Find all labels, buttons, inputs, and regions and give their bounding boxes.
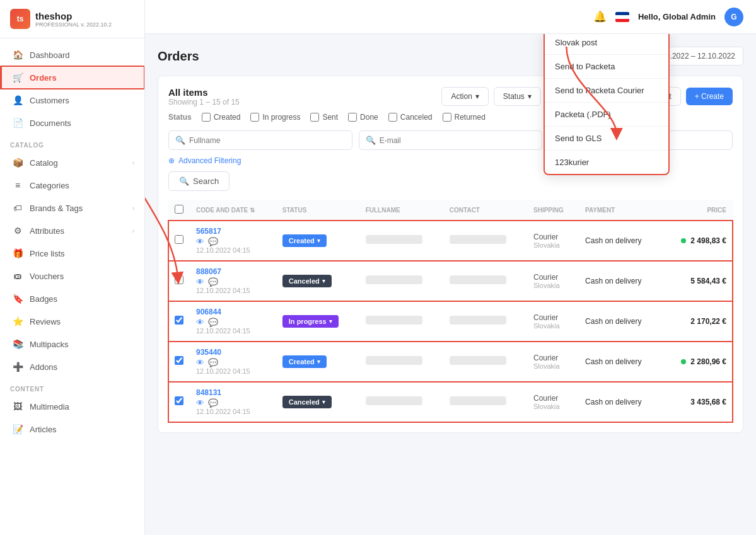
row-1-payment: Cash on delivery bbox=[579, 221, 662, 261]
adv-filter-icon: ⊕ bbox=[168, 156, 175, 165]
header-shipping: SHIPPING bbox=[527, 200, 579, 221]
status-checkbox-canceled[interactable] bbox=[388, 113, 397, 122]
sidebar-item-vouchers[interactable]: 🎟 Vouchers bbox=[0, 265, 144, 287]
status-filter-button[interactable]: Status ▾ bbox=[494, 87, 541, 106]
row-3-price: 2 170,22 € bbox=[663, 301, 733, 342]
sidebar-item-reviews[interactable]: ⭐ Reviews bbox=[0, 310, 144, 333]
delivery-option-packeta[interactable]: Send to Packeta bbox=[545, 55, 668, 79]
notifications-bell-icon[interactable]: 🔔 bbox=[593, 10, 607, 23]
status-badge-906844[interactable]: In progress ▾ bbox=[282, 315, 339, 328]
sidebar-item-multipacks[interactable]: 📚 Multipacks bbox=[0, 333, 144, 355]
row-4-price: 2 280,96 € bbox=[663, 342, 733, 382]
multipacks-icon: 📚 bbox=[12, 338, 23, 350]
language-flag-icon[interactable] bbox=[615, 12, 629, 22]
status-chip-done[interactable]: Done bbox=[348, 113, 378, 122]
row-1-status: Created ▾ bbox=[276, 221, 359, 261]
view-icon-848131[interactable]: 👁 bbox=[196, 398, 204, 408]
select-all-checkbox[interactable] bbox=[175, 205, 183, 214]
delivery-option-slovak-post[interactable]: Slovak post bbox=[545, 34, 668, 55]
row-5-payment: Cash on delivery bbox=[579, 382, 662, 422]
row-5-checkbox[interactable] bbox=[175, 396, 183, 405]
status-checkbox-created[interactable] bbox=[202, 113, 211, 122]
page-title: Orders bbox=[158, 49, 199, 64]
order-link-888067[interactable]: 888067 bbox=[196, 267, 221, 276]
sidebar-item-customers[interactable]: 👤 Customers bbox=[0, 89, 144, 112]
message-icon-888067[interactable]: 💬 bbox=[208, 277, 218, 287]
sidebar-item-price-lists[interactable]: 🎁 Price lists bbox=[0, 242, 144, 265]
sidebar-item-catalog[interactable]: 📦 Catalog › bbox=[0, 151, 144, 174]
row-checkbox-cell bbox=[168, 221, 190, 261]
status-checkbox-sent[interactable] bbox=[310, 113, 319, 122]
row-5-shipping: Courier Slovakia bbox=[527, 382, 579, 422]
status-checkbox-returned[interactable] bbox=[443, 113, 451, 122]
sidebar-item-badges[interactable]: 🔖 Badges bbox=[0, 287, 144, 310]
status-chip-canceled[interactable]: Canceled bbox=[388, 113, 433, 122]
create-button[interactable]: + Create bbox=[686, 88, 733, 105]
row-2-code-date: 888067 👁 💬 12.10.2022 04:15 bbox=[190, 261, 276, 301]
row-2-checkbox[interactable] bbox=[175, 275, 183, 284]
catalog-chevron-icon: › bbox=[132, 159, 134, 166]
avatar[interactable]: G bbox=[724, 8, 743, 26]
sidebar-item-brands-tags[interactable]: 🏷 Brands & Tags › bbox=[0, 197, 144, 219]
status-badge-565817[interactable]: Created ▾ bbox=[282, 234, 327, 247]
view-icon-888067[interactable]: 👁 bbox=[196, 277, 204, 287]
sidebar-item-addons[interactable]: ➕ Addons bbox=[0, 355, 144, 378]
order-link-565817[interactable]: 565817 bbox=[196, 227, 221, 236]
row-1-checkbox[interactable] bbox=[175, 235, 183, 244]
sidebar-item-multimedia[interactable]: 🖼 Multimedia bbox=[0, 395, 144, 418]
row-2-fullname bbox=[359, 261, 443, 301]
row-1-price: 2 498,83 € bbox=[663, 221, 733, 261]
row-4-checkbox[interactable] bbox=[175, 356, 183, 365]
message-icon-906844[interactable]: 💬 bbox=[208, 318, 218, 327]
sidebar-item-attributes[interactable]: ⚙ Attributes › bbox=[0, 219, 144, 242]
status-badge-935440[interactable]: Created ▾ bbox=[282, 355, 327, 368]
sidebar-label-price-lists: Price lists bbox=[30, 249, 134, 258]
message-icon-565817[interactable]: 💬 bbox=[208, 237, 218, 246]
logo-icon: ts bbox=[10, 9, 30, 29]
status-badge-888067[interactable]: Canceled ▾ bbox=[282, 275, 332, 287]
email-input[interactable] bbox=[380, 136, 536, 145]
search-icon-email: 🔍 bbox=[366, 135, 376, 145]
sidebar-label-badges: Badges bbox=[30, 294, 134, 304]
sidebar-item-dashboard[interactable]: 🏠 Dashboard bbox=[0, 43, 144, 66]
search-button[interactable]: 🔍 Search bbox=[168, 171, 230, 191]
row-3-checkbox[interactable] bbox=[175, 316, 183, 325]
sidebar-item-documents[interactable]: 📄 Documents bbox=[0, 112, 144, 134]
status-checkbox-done[interactable] bbox=[348, 113, 357, 122]
categories-icon: ≡ bbox=[12, 180, 23, 191]
sidebar-item-orders[interactable]: 🛒 Orders bbox=[0, 66, 144, 89]
delivery-option-packeta-pdf[interactable]: Packeta (.PDF) bbox=[545, 103, 668, 127]
attributes-icon: ⚙ bbox=[12, 225, 23, 236]
delivery-option-123kurier[interactable]: 123kurier bbox=[545, 151, 668, 174]
sidebar-nav: 🏠 Dashboard 🛒 Orders 👤 Customers 📄 Docum… bbox=[0, 38, 144, 535]
view-icon-906844[interactable]: 👁 bbox=[196, 318, 204, 327]
delivery-option-gls[interactable]: Send to GLS bbox=[545, 127, 668, 151]
fullname-input[interactable] bbox=[189, 136, 346, 145]
sidebar-item-categories[interactable]: ≡ Categories bbox=[0, 174, 144, 197]
header-status: STATUS bbox=[276, 200, 359, 221]
status-chip-returned[interactable]: Returned bbox=[443, 113, 486, 122]
sort-icon: ⇅ bbox=[250, 207, 255, 214]
view-icon-935440[interactable]: 👁 bbox=[196, 358, 204, 367]
delivery-option-packeta-courier[interactable]: Send to Packeta Courier bbox=[545, 79, 668, 103]
row-4-fullname bbox=[359, 342, 443, 382]
status-chip-inprogress[interactable]: In progress bbox=[250, 113, 300, 122]
order-link-935440[interactable]: 935440 bbox=[196, 348, 221, 357]
status-checkbox-inprogress[interactable] bbox=[250, 113, 259, 122]
sidebar-item-articles[interactable]: 📝 Articles bbox=[0, 418, 144, 440]
status-chip-sent[interactable]: Sent bbox=[310, 113, 338, 122]
message-icon-935440[interactable]: 💬 bbox=[208, 358, 218, 367]
sidebar-label-vouchers: Vouchers bbox=[30, 272, 134, 281]
row-2-shipping: Courier Slovakia bbox=[527, 261, 579, 301]
status-chip-created[interactable]: Created bbox=[202, 113, 241, 122]
row-4-status: Created ▾ bbox=[276, 342, 359, 382]
row-5-code-date: 848131 👁 💬 12.10.2022 04:15 bbox=[190, 382, 276, 422]
sidebar-label-customers: Customers bbox=[30, 96, 134, 105]
order-link-906844[interactable]: 906844 bbox=[196, 308, 221, 316]
order-link-848131[interactable]: 848131 bbox=[196, 388, 221, 397]
view-icon-565817[interactable]: 👁 bbox=[196, 237, 204, 246]
message-icon-848131[interactable]: 💬 bbox=[208, 398, 218, 408]
order-date-848131: 12.10.2022 04:15 bbox=[196, 408, 270, 415]
status-badge-848131[interactable]: Canceled ▾ bbox=[282, 396, 332, 408]
action-button[interactable]: Action ▾ bbox=[441, 87, 488, 106]
